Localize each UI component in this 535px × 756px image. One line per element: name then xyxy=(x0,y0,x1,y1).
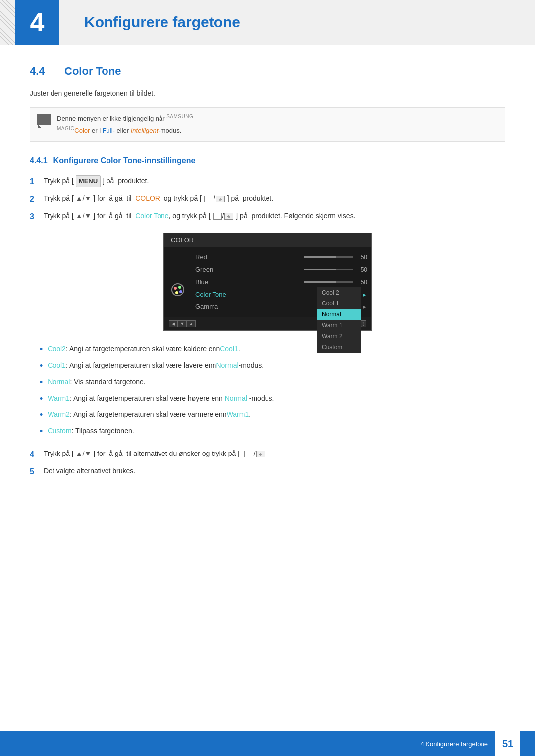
down-btn-icon: ▼ xyxy=(178,320,187,327)
slider-blue-fill xyxy=(304,281,336,283)
menu-slider-red: 50 xyxy=(304,254,367,261)
colortone-ref: Color Tone xyxy=(135,212,168,220)
step-4-number: 4 xyxy=(30,448,44,461)
section-description: Juster den generelle fargetonen til bild… xyxy=(30,88,505,99)
value-green: 50 xyxy=(356,266,367,273)
note-icon xyxy=(37,114,51,125)
step-2-content: Trykk på [ ▲/▼ ] for å gå til COLOR, og … xyxy=(44,193,505,203)
color-menu-screenshot: COLOR Red xyxy=(163,233,372,331)
slider-green-fill xyxy=(304,269,336,270)
cool2-term: Cool2 xyxy=(48,345,66,353)
chapter-number: 4 xyxy=(30,7,45,37)
steps-after-list: 4 Trykk på [ ▲/▼ ] for å gå til alternat… xyxy=(30,448,505,478)
colortone-submenu: Cool 2 Cool 1 Normal Warm 1 Warm 2 Custo… xyxy=(317,287,361,353)
submenu-normal: Normal xyxy=(317,309,361,320)
menu-btn-down: ▼ xyxy=(178,320,187,327)
bullet-item-cool1: • Cool1: Angi at fargetemperaturen skal … xyxy=(40,360,505,372)
bullet-dot-4: • xyxy=(40,393,43,405)
normal-term: Normal xyxy=(48,378,70,386)
chapter-title-text: Konfigurere fargetone xyxy=(74,1,250,43)
bullet-text-warm1: Warm1: Angi at fargetemperaturen skal væ… xyxy=(48,393,274,403)
bullet-item-cool2: • Cool2: Angi at fargetemperaturen skal … xyxy=(40,343,505,355)
menu-btn-up: ▲ xyxy=(187,320,196,327)
square-icon xyxy=(204,196,213,202)
value-blue: 50 xyxy=(356,279,367,286)
header-stripe: Konfigurere fargetone xyxy=(59,0,535,45)
svg-point-4 xyxy=(175,291,178,294)
menu-label-red: Red xyxy=(195,253,207,261)
bullet-list: • Cool2: Angi at fargetemperaturen skal … xyxy=(40,343,505,438)
bullet-text-warm2: Warm2: Angi at fargetemperaturen skal væ… xyxy=(48,409,251,420)
enter-icon: ⎆ xyxy=(216,196,225,202)
menu-body: Red 50 Green 50 xyxy=(164,247,371,317)
footer-page-number: 51 xyxy=(495,731,520,756)
menu-palette-icon xyxy=(171,283,185,297)
menu-label-blue: Blue xyxy=(195,278,208,286)
section-number: 4.4 xyxy=(30,65,54,78)
bullet-dot-3: • xyxy=(40,376,43,389)
left-btn-icon: ◀ xyxy=(169,320,178,327)
menu-arrow-colortone: ► xyxy=(362,292,367,298)
slider-red xyxy=(304,256,353,258)
menu-label-colortone: Color Tone xyxy=(195,291,226,298)
color-keyword: Color xyxy=(74,127,90,134)
square-icon3 xyxy=(244,451,253,457)
submenu-cool1: Cool 1 xyxy=(317,298,361,309)
enter-icon2: ⎆ xyxy=(224,213,233,220)
main-content: 4.4 Color Tone Juster den generelle farg… xyxy=(0,65,535,518)
menu-key: MENU xyxy=(76,175,101,188)
step-5-content: Det valgte alternativet brukes. xyxy=(44,465,505,476)
menu-label-gamma: Gamma xyxy=(195,303,218,310)
step-4: 4 Trykk på [ ▲/▼ ] for å gå til alternat… xyxy=(30,448,505,461)
full-keyword: Full xyxy=(103,127,113,134)
submenu-warm2: Warm 2 xyxy=(317,331,361,342)
warm2-term: Warm2 xyxy=(48,410,70,418)
custom-term: Custom xyxy=(48,427,71,435)
menu-btn-left: ◀ xyxy=(169,320,178,327)
menu-slider-green: 50 xyxy=(304,266,367,273)
step-1-content: Trykk på [ MENU ] på produktet. xyxy=(44,175,505,188)
square-icon2 xyxy=(213,213,222,220)
slider-green xyxy=(304,269,353,270)
cool1-ref: Cool1 xyxy=(220,345,238,353)
step-3: 3 Trykk på [ ▲/▼ ] for å gå til Color To… xyxy=(30,210,505,223)
bullet-dot-1: • xyxy=(40,343,43,355)
svg-point-0 xyxy=(172,284,184,296)
submenu-cool2: Cool 2 xyxy=(317,287,361,298)
menu-title-bar: COLOR xyxy=(164,233,371,247)
step-5-number: 5 xyxy=(30,465,44,478)
bullet-item-custom: • Custom: Tilpass fargetonen. xyxy=(40,425,505,438)
submenu-custom: Custom xyxy=(317,342,361,353)
menu-slider-blue: 50 xyxy=(304,279,367,286)
svg-point-3 xyxy=(179,290,182,293)
step-3-content: Trykk på [ ▲/▼ ] for å gå til Color Tone… xyxy=(44,210,505,221)
bullet-item-normal: • Normal: Vis standard fargetone. xyxy=(40,376,505,389)
bullet-item-warm1: • Warm1: Angi at fargetemperaturen skal … xyxy=(40,393,505,405)
svg-point-1 xyxy=(174,287,177,290)
steps-list: 1 Trykk på [ MENU ] på produktet. 2 Tryk… xyxy=(30,175,505,223)
bullet-text-normal: Normal: Vis standard fargetone. xyxy=(48,376,145,387)
step-2-number: 2 xyxy=(30,193,44,205)
menu-label-green: Green xyxy=(195,266,213,273)
step-3-number: 3 xyxy=(30,210,44,223)
bullet-text-cool1: Cool1: Angi at fargetemperaturen skal væ… xyxy=(48,360,264,371)
bullet-dot-6: • xyxy=(40,425,43,438)
intelligent-keyword: Intelligent xyxy=(131,127,159,134)
bullet-dot-5: • xyxy=(40,409,43,421)
enter-icon3: ⎆ xyxy=(256,451,265,457)
submenu-warm1: Warm 1 xyxy=(317,320,361,331)
menu-left xyxy=(164,251,191,313)
step-1: 1 Trykk på [ MENU ] på produktet. xyxy=(30,175,505,188)
chapter-number-block: 4 xyxy=(15,0,59,45)
bullet-text-cool2: Cool2: Angi at fargetemperaturen skal væ… xyxy=(48,343,240,354)
normal-ref-1: Normal xyxy=(216,361,238,369)
cool1-term: Cool1 xyxy=(48,361,66,369)
section-heading: 4.4 Color Tone xyxy=(30,65,505,78)
section-title: Color Tone xyxy=(64,65,121,78)
subsection-heading: 4.4.1 Konfigurere Color Tone-innstilling… xyxy=(30,156,505,165)
header-decoration xyxy=(0,0,15,45)
note-box: Denne menyen er ikke tilgjengelig når SA… xyxy=(30,107,505,141)
warm1-ref: Warm1 xyxy=(227,410,249,418)
page-header: 4 Konfigurere fargetone xyxy=(0,0,535,45)
subsection-number: 4.4.1 xyxy=(30,156,48,165)
